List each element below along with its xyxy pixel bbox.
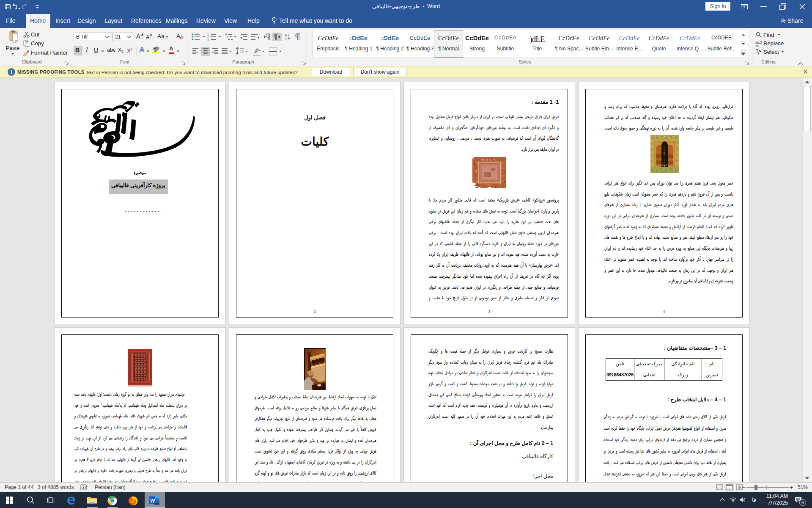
svg-text:Z: Z bbox=[285, 37, 287, 41]
svg-text:W: W bbox=[150, 498, 155, 504]
svg-text:A: A bbox=[176, 33, 181, 39]
svg-text:3: 3 bbox=[207, 39, 209, 41]
svg-text:ac: ac bbox=[755, 44, 759, 47]
